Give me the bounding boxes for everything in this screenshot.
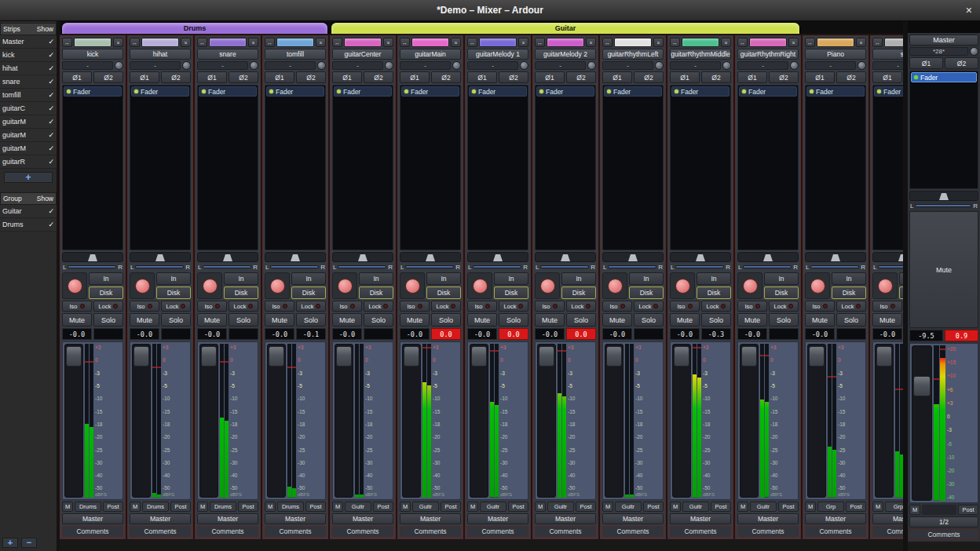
- master-meter-position-button[interactable]: Post: [958, 505, 978, 515]
- meter-point-button[interactable]: M: [670, 502, 681, 512]
- solo-lock-button[interactable]: Lock: [296, 301, 326, 312]
- gain-display[interactable]: -0.0: [130, 328, 159, 340]
- phase-1-button[interactable]: Ø1: [602, 71, 632, 83]
- trim-button[interactable]: -: [130, 61, 181, 70]
- fader-track[interactable]: [875, 344, 894, 498]
- output-button[interactable]: Master: [197, 513, 258, 524]
- group-button[interactable]: Guitr: [750, 502, 777, 512]
- gain-display[interactable]: -0.0: [265, 328, 294, 340]
- monitor-input-button[interactable]: In: [224, 272, 258, 285]
- trim-button[interactable]: -: [670, 61, 721, 70]
- record-arm-button[interactable]: [872, 272, 898, 299]
- titlebar[interactable]: *Demo – Mixer – Ardour ×: [0, 0, 980, 21]
- phase-1-button[interactable]: Ø1: [265, 71, 294, 83]
- gain-display[interactable]: -0.0: [467, 328, 497, 340]
- monitor-input-button[interactable]: In: [832, 272, 866, 285]
- pan-width-bar[interactable]: [675, 265, 724, 268]
- solo-lock-button[interactable]: Lock: [836, 301, 866, 312]
- strip-hide-button[interactable]: ×: [316, 38, 326, 47]
- phase-2-button[interactable]: Ø2: [634, 71, 664, 83]
- phase-2-button[interactable]: Ø2: [296, 71, 326, 83]
- phase-2-button[interactable]: Ø2: [229, 71, 258, 83]
- pan-slider[interactable]: [872, 252, 903, 262]
- pan-slider[interactable]: [130, 252, 191, 262]
- meter-position-button[interactable]: Post: [305, 502, 326, 512]
- strip-width-button[interactable]: ↔: [197, 38, 207, 47]
- strip-name-button[interactable]: guitarRhythmLeft: [602, 49, 664, 60]
- pan-slider[interactable]: [602, 252, 664, 262]
- strip-color-bar[interactable]: [411, 38, 449, 47]
- pan-thumb[interactable]: [763, 254, 773, 261]
- phase-2-button[interactable]: Ø2: [161, 71, 191, 83]
- meter-position-button[interactable]: Post: [170, 502, 191, 512]
- output-button[interactable]: Master: [130, 513, 191, 524]
- sidebar-strip-row[interactable]: guitarM ✓: [0, 115, 57, 129]
- pan-width-bar[interactable]: [743, 265, 792, 268]
- pan-width-bar[interactable]: [473, 265, 521, 268]
- comments-button[interactable]: Comments: [805, 526, 866, 537]
- solo-button[interactable]: Solo: [364, 313, 393, 327]
- fader-thumb[interactable]: [201, 346, 217, 367]
- pan-thumb[interactable]: [628, 254, 638, 261]
- fader-track[interactable]: [132, 344, 151, 498]
- pan-thumb[interactable]: [223, 254, 232, 261]
- master-meter-point-button[interactable]: M: [909, 505, 920, 515]
- trim-knob[interactable]: [385, 61, 393, 70]
- solo-isolate-button[interactable]: Iso: [670, 301, 700, 312]
- trim-knob[interactable]: [182, 61, 191, 70]
- pan-slider[interactable]: [670, 252, 731, 262]
- processor-box[interactable]: Fader: [265, 85, 326, 250]
- solo-isolate-button[interactable]: Iso: [130, 301, 159, 312]
- monitor-input-button[interactable]: In: [359, 272, 393, 285]
- sidebar-group-row[interactable]: Drums ✓: [0, 218, 57, 232]
- strip-width-button[interactable]: ↔: [805, 38, 815, 47]
- solo-lock-button[interactable]: Lock: [701, 301, 731, 312]
- trim-knob[interactable]: [655, 61, 664, 70]
- solo-isolate-button[interactable]: Iso: [265, 301, 294, 312]
- master-pan-slider[interactable]: [909, 191, 978, 201]
- meter-point-button[interactable]: M: [602, 502, 613, 512]
- mute-button[interactable]: Mute: [467, 313, 497, 327]
- phase-1-button[interactable]: Ø1: [737, 71, 767, 83]
- trim-knob[interactable]: [452, 61, 461, 70]
- pan-slider[interactable]: [467, 252, 528, 262]
- pan-slider[interactable]: [737, 252, 799, 262]
- strip-name-button[interactable]: guitarRhythmMiddle: [670, 49, 731, 60]
- phase-1-button[interactable]: Ø1: [197, 71, 227, 83]
- gain-display[interactable]: -0.0: [805, 328, 835, 340]
- monitor-input-button[interactable]: In: [494, 272, 528, 285]
- strip-hide-button[interactable]: ×: [653, 38, 664, 47]
- mute-button[interactable]: Mute: [670, 313, 700, 327]
- solo-isolate-button[interactable]: Iso: [62, 301, 92, 312]
- meter-point-button[interactable]: M: [737, 502, 748, 512]
- mute-button[interactable]: Mute: [400, 313, 430, 327]
- meter-point-button[interactable]: M: [805, 502, 816, 512]
- monitor-disk-button[interactable]: Disk: [291, 286, 326, 299]
- trim-knob[interactable]: [722, 61, 731, 70]
- group-button[interactable]: Guitr: [480, 502, 506, 512]
- fader-thumb[interactable]: [133, 346, 149, 367]
- sidebar-strip-row[interactable]: guitarR ✓: [0, 155, 57, 169]
- pan-thumb[interactable]: [493, 254, 503, 261]
- group-button[interactable]: Drums: [142, 502, 169, 512]
- output-button[interactable]: Master: [62, 513, 123, 524]
- strip-color-bar[interactable]: [141, 38, 179, 47]
- meter-point-button[interactable]: M: [332, 502, 343, 512]
- pan-slider[interactable]: [400, 252, 461, 262]
- phase-1-button[interactable]: Ø1: [805, 71, 835, 83]
- processor-box[interactable]: Fader: [602, 85, 664, 250]
- solo-isolate-button[interactable]: Iso: [872, 301, 902, 312]
- mute-button[interactable]: Mute: [197, 313, 227, 327]
- pan-width-bar[interactable]: [540, 265, 589, 268]
- phase-2-button[interactable]: Ø2: [499, 71, 528, 83]
- strip-visible-check[interactable]: ✓: [48, 158, 54, 166]
- add-strip-button[interactable]: +: [4, 172, 53, 183]
- fader-track[interactable]: [402, 344, 421, 498]
- peak-display[interactable]: [161, 328, 191, 340]
- trim-button[interactable]: -: [602, 61, 653, 70]
- meter-point-button[interactable]: M: [400, 502, 411, 512]
- fader-thumb[interactable]: [809, 346, 825, 367]
- fader-track[interactable]: [470, 344, 488, 498]
- processor-box[interactable]: Fader: [332, 85, 393, 250]
- mute-button[interactable]: Mute: [602, 313, 632, 327]
